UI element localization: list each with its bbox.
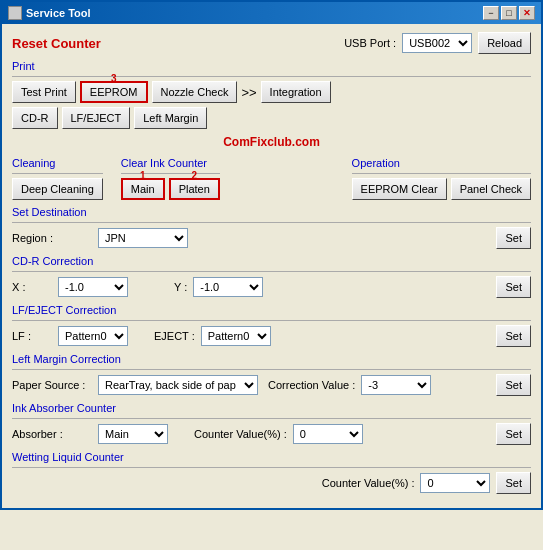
operation-label: Operation (352, 157, 531, 169)
operation-section: Operation EEPROM Clear Panel Check (352, 151, 531, 200)
set-destination-label: Set Destination (12, 206, 531, 218)
clear-ink-label: Clear Ink Counter (121, 157, 220, 169)
ink-counter-select[interactable]: 012 (293, 424, 363, 444)
reset-counter-label: Reset Counter (12, 36, 101, 51)
badge-1: 1 (140, 170, 146, 181)
arrow-symbol: >> (241, 85, 256, 100)
title-bar: Service Tool − □ ✕ (2, 2, 541, 24)
set-destination-button[interactable]: Set (496, 227, 531, 249)
wetting-liquid-row: Counter Value(%) : 012 Set (12, 472, 531, 494)
print-label: Print (12, 60, 531, 72)
cleaning-label: Cleaning (12, 157, 103, 169)
main-window: Service Tool − □ ✕ Reset Counter USB Por… (0, 0, 543, 510)
left-margin-button[interactable]: Left Margin (134, 107, 207, 129)
counter-value-label-ink: Counter Value(%) : (194, 428, 287, 440)
clear-ink-buttons: 1 Main 2 Platen (121, 178, 220, 200)
nozzle-check-button[interactable]: Nozzle Check (152, 81, 238, 103)
ink-absorber-label: Ink Absorber Counter (12, 402, 531, 414)
absorber-select[interactable]: MainSub (98, 424, 168, 444)
lf-eject-label: LF/EJECT Correction (12, 304, 531, 316)
y-select[interactable]: -1.00.01.0 (193, 277, 263, 297)
print-section: Print Test Print 3 EEPROM Nozzle Check >… (12, 60, 531, 129)
deep-cleaning-button[interactable]: Deep Cleaning (12, 178, 103, 200)
window-title: Service Tool (26, 7, 91, 19)
ink-absorber-row: Absorber : MainSub Counter Value(%) : 01… (12, 423, 531, 445)
paper-source-label: Paper Source : (12, 379, 92, 391)
badge-3: 3 (111, 73, 117, 84)
usb-port-label: USB Port : (344, 37, 396, 49)
y-label: Y : (174, 281, 187, 293)
operation-buttons: EEPROM Clear Panel Check (352, 178, 531, 200)
absorber-label: Absorber : (12, 428, 92, 440)
title-bar-left: Service Tool (8, 6, 91, 20)
correction-value-label: Correction Value : (268, 379, 355, 391)
content-area: Reset Counter USB Port : USB002 Reload P… (2, 24, 541, 508)
maximize-button[interactable]: □ (501, 6, 517, 20)
lf-select[interactable]: Pattern0Pattern1Pattern2 (58, 326, 128, 346)
eeprom-button[interactable]: EEPROM (80, 81, 148, 103)
watermark: ComFixclub.com (12, 135, 531, 149)
lf-eject-row: LF : Pattern0Pattern1Pattern2 EJECT : Pa… (12, 325, 531, 347)
badge-2: 2 (191, 170, 197, 181)
eject-select[interactable]: Pattern0Pattern1Pattern2 (201, 326, 271, 346)
cd-r-row: X : -1.00.01.0 Y : -1.00.01.0 Set (12, 276, 531, 298)
x-label: X : (12, 281, 52, 293)
print-row-1: Test Print 3 EEPROM Nozzle Check >> Inte… (12, 81, 531, 103)
print-row-2: CD-R LF/EJECT Left Margin (12, 107, 531, 129)
region-row: Region : JPN US EUR Set (12, 227, 531, 249)
eeprom-clear-button[interactable]: EEPROM Clear (352, 178, 447, 200)
usb-row: USB Port : USB002 Reload (344, 32, 531, 54)
paper-source-select[interactable]: RearTray, back side of pap Front Tray (98, 375, 258, 395)
cd-r-set-button[interactable]: Set (496, 276, 531, 298)
ink-absorber-section: Ink Absorber Counter Absorber : MainSub … (12, 402, 531, 445)
left-margin-correction-section: Left Margin Correction Paper Source : Re… (12, 353, 531, 396)
test-print-button[interactable]: Test Print (12, 81, 76, 103)
eeprom-wrapper: 3 EEPROM (80, 81, 148, 103)
left-margin-set-button[interactable]: Set (496, 374, 531, 396)
cd-r-correction-section: CD-R Correction X : -1.00.01.0 Y : -1.00… (12, 255, 531, 298)
left-margin-row: Paper Source : RearTray, back side of pa… (12, 374, 531, 396)
correction-value-select[interactable]: -3-2-10123 (361, 375, 431, 395)
platen-btn-wrapper: 2 Platen (169, 178, 220, 200)
lf-eject-set-button[interactable]: Set (496, 325, 531, 347)
reload-button[interactable]: Reload (478, 32, 531, 54)
cleaning-section: Cleaning Deep Cleaning (12, 151, 103, 200)
left-margin-label: Left Margin Correction (12, 353, 531, 365)
title-buttons: − □ ✕ (483, 6, 535, 20)
usb-port-select[interactable]: USB002 (402, 33, 472, 53)
lf-eject-button[interactable]: LF/EJECT (62, 107, 131, 129)
eject-label: EJECT : (154, 330, 195, 342)
close-button[interactable]: ✕ (519, 6, 535, 20)
panel-check-button[interactable]: Panel Check (451, 178, 531, 200)
minimize-button[interactable]: − (483, 6, 499, 20)
set-destination-section: Set Destination Region : JPN US EUR Set (12, 206, 531, 249)
middle-section: Cleaning Deep Cleaning Clear Ink Counter… (12, 151, 531, 200)
clear-ink-section: Clear Ink Counter 1 Main 2 Platen (121, 151, 220, 200)
integration-button[interactable]: Integration (261, 81, 331, 103)
wetting-liquid-section: Wetting Liquid Counter Counter Value(%) … (12, 451, 531, 494)
lf-label: LF : (12, 330, 52, 342)
lf-eject-correction-section: LF/EJECT Correction LF : Pattern0Pattern… (12, 304, 531, 347)
wetting-liquid-label: Wetting Liquid Counter (12, 451, 531, 463)
main-ink-button[interactable]: Main (121, 178, 165, 200)
cd-r-label: CD-R Correction (12, 255, 531, 267)
wetting-counter-label: Counter Value(%) : (322, 477, 415, 489)
wetting-set-button[interactable]: Set (496, 472, 531, 494)
region-select[interactable]: JPN US EUR (98, 228, 188, 248)
region-label: Region : (12, 232, 92, 244)
platen-button[interactable]: Platen (169, 178, 220, 200)
ink-absorber-set-button[interactable]: Set (496, 423, 531, 445)
cd-r-button[interactable]: CD-R (12, 107, 58, 129)
main-btn-wrapper: 1 Main (121, 178, 165, 200)
wetting-counter-select[interactable]: 012 (420, 473, 490, 493)
x-select[interactable]: -1.00.01.0 (58, 277, 128, 297)
header-row: Reset Counter USB Port : USB002 Reload (12, 32, 531, 54)
app-icon (8, 6, 22, 20)
